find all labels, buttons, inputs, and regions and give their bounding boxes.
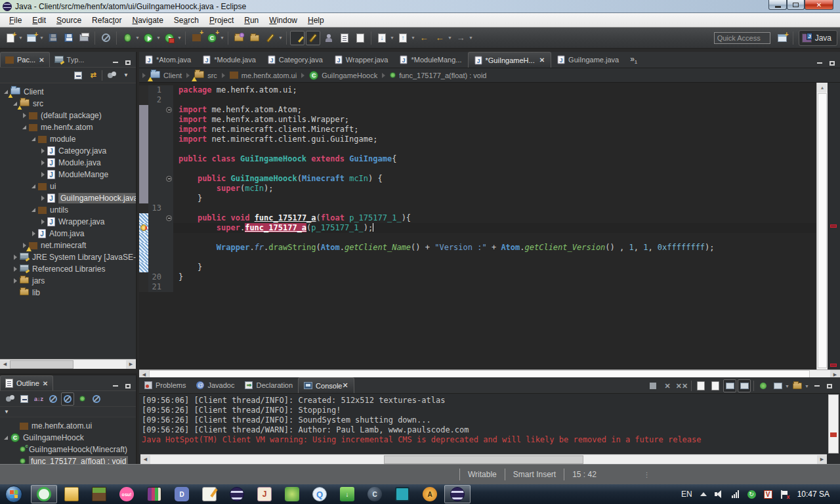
minimize-view-icon[interactable]	[110, 381, 121, 390]
minimize-editor-icon[interactable]	[814, 58, 825, 68]
expand-arrow-icon[interactable]	[12, 266, 18, 272]
taskbar-java[interactable]: J	[251, 485, 278, 503]
code-line[interactable]: 21	[139, 282, 840, 292]
console-tab-problems[interactable]: Problems	[139, 377, 191, 393]
breadcrumb-item[interactable]: CGuiIngameHoock	[306, 71, 380, 80]
previous-annotation-dropdown[interactable]: ▼	[411, 31, 415, 45]
taskbar-osu[interactable]: osu!	[114, 485, 140, 503]
editor-tab-modulejava[interactable]: J*Module.java	[197, 52, 262, 68]
view-menu-button[interactable]: ▼	[119, 69, 133, 82]
debug-button[interactable]	[120, 31, 135, 45]
editor-tab-guiingamejava[interactable]: JGuiIngame.java	[551, 52, 625, 68]
expand-arrow-icon[interactable]	[39, 172, 46, 177]
tree-item[interactable]: src	[0, 98, 136, 110]
code-line[interactable]: 1package me.henfx.atom.ui;	[139, 85, 840, 95]
collapse-arrow-icon[interactable]	[30, 208, 37, 212]
code-line[interactable]: import net.minecraft.client.gui.GuiIngam…	[139, 135, 840, 144]
tab-close-icon[interactable]: ✕	[539, 56, 545, 64]
code-line[interactable]: public void func_175177_a(float p_175177…	[139, 213, 840, 223]
collapse-arrow-icon[interactable]	[30, 137, 37, 141]
tab-package-explorer[interactable]: Pac...✕	[0, 52, 50, 67]
display-selected-console-dropdown[interactable]: ▼	[785, 379, 789, 393]
breadcrumb-arrow-icon[interactable]	[222, 73, 225, 78]
save-button[interactable]	[45, 31, 60, 45]
clear-console-button[interactable]	[694, 379, 707, 392]
tree-item[interactable]: jars	[0, 275, 136, 287]
previous-annotation-button[interactable]: ↑	[396, 31, 410, 45]
tab-outline[interactable]: Outline✕	[0, 375, 53, 390]
taskbar-app-lock[interactable]: A	[417, 485, 443, 503]
menu-file[interactable]: File	[4, 14, 27, 26]
quick-access-input[interactable]: Quick Access	[714, 32, 770, 44]
word-wrap-button[interactable]	[723, 379, 736, 392]
taskbar-idm[interactable]: ↓	[334, 485, 360, 503]
breadcrumb-item[interactable]: func_175177_a(float) : void	[387, 72, 489, 79]
filter-button[interactable]	[75, 392, 89, 406]
print-button[interactable]	[77, 31, 91, 45]
fold-collapse-icon[interactable]	[166, 176, 172, 182]
maximize-editor-icon[interactable]	[827, 58, 837, 68]
collapse-arrow-icon[interactable]	[3, 436, 9, 440]
menu-refactor[interactable]: Refactor	[87, 14, 127, 26]
taskbar-camera-app[interactable]	[389, 485, 415, 503]
remove-all-terminated-button[interactable]: ✕✕	[675, 379, 688, 392]
code-line[interactable]: 2	[139, 95, 840, 105]
breadcrumb-item[interactable]: src	[192, 71, 220, 79]
volume-icon[interactable]	[715, 490, 724, 498]
save-all-button[interactable]	[61, 31, 75, 45]
skip-all-breakpoints-button[interactable]	[98, 31, 113, 45]
fold-collapse-icon[interactable]	[166, 107, 172, 113]
expand-arrow-icon[interactable]	[39, 160, 46, 165]
collapse-arrow-icon[interactable]	[21, 125, 28, 129]
open-console-button[interactable]	[791, 379, 804, 392]
show-on-stderr-button[interactable]	[738, 379, 751, 392]
tree-item[interactable]: JRE System Library [JavaSE-1.8]	[0, 251, 136, 263]
tree-item[interactable]: JCategory.java	[0, 145, 136, 157]
taskbar-discord[interactable]: D	[169, 485, 195, 503]
console-tab-declaration[interactable]: ⇒Declaration	[240, 377, 298, 393]
focus-button[interactable]	[105, 69, 118, 82]
debug-dropdown[interactable]: ▼	[135, 31, 140, 45]
java-perspective-button[interactable]: Java	[799, 30, 837, 46]
console-hscrollbar[interactable]: ◀ ▶	[140, 454, 827, 464]
toggle-mark-occurrences-button[interactable]	[290, 31, 304, 45]
code-line[interactable]: import me.henfx.atom.untils.Wrapper;	[139, 115, 840, 125]
fold-collapse-icon[interactable]	[166, 215, 172, 221]
scroll-lock-button[interactable]	[709, 379, 722, 392]
remove-launch-button[interactable]: ✕	[661, 379, 674, 392]
taskbar-eclipse-running[interactable]	[444, 485, 471, 503]
back-button[interactable]: ←	[432, 31, 447, 45]
minimize-button[interactable]	[768, 0, 787, 10]
sync-icon[interactable]: ↻	[747, 490, 756, 499]
breadcrumb-item[interactable]: Client	[148, 71, 184, 79]
antivirus-icon[interactable]: V	[764, 490, 772, 499]
taskbar-minecraft[interactable]	[86, 485, 112, 503]
tree-item[interactable]: JModule.java	[0, 157, 136, 169]
tree-item[interactable]: JGuiIngameHoock.java	[0, 192, 136, 204]
code-line[interactable]: public GuiIngameHoock(Minecraft mcIn) {	[139, 174, 840, 184]
code-line[interactable]	[139, 233, 840, 243]
expand-arrow-icon[interactable]	[30, 231, 37, 236]
forward-button[interactable]: →	[453, 31, 468, 45]
hide-local-types-button[interactable]	[90, 392, 103, 406]
taskbar-cinema4d[interactable]: C	[362, 485, 388, 503]
code-line[interactable]: public class GuiIngameHoock extends GuiI…	[139, 154, 840, 164]
collapse-arrow-icon[interactable]	[30, 184, 37, 188]
tab-outline-close-icon[interactable]: ✕	[43, 380, 48, 387]
console-output[interactable]: [09:56:06] [Client thread/INFO]: Created…	[139, 394, 840, 452]
window-titlebar[interactable]: Java - Client/src/me/henfx/atom/ui/GuiIn…	[0, 0, 840, 13]
code-line[interactable]: import net.minecraft.client.Minecraft;	[139, 125, 840, 135]
scroll-left-icon[interactable]: ◀	[0, 360, 10, 369]
scroll-right-icon[interactable]: ▶	[817, 455, 827, 464]
new-java-class-dropdown[interactable]: ▼	[220, 31, 224, 45]
tab-package-explorer-close-icon[interactable]: ✕	[39, 56, 44, 64]
close-button[interactable]: ✕	[805, 0, 833, 10]
code-line[interactable]: Wrapper.fr.drawString(Atom.getClient_Nam…	[139, 243, 840, 253]
search-button[interactable]	[263, 31, 278, 45]
last-edit-highlight-button[interactable]	[306, 31, 320, 45]
tree-item[interactable]: JAtom.java	[0, 228, 136, 240]
code-line[interactable]	[139, 144, 840, 154]
breadcrumb-item[interactable]: me.henfx.atom.ui	[227, 72, 299, 79]
action-center-icon[interactable]: x	[780, 490, 788, 499]
editor-vscrollbar[interactable]: ▲	[816, 83, 828, 369]
